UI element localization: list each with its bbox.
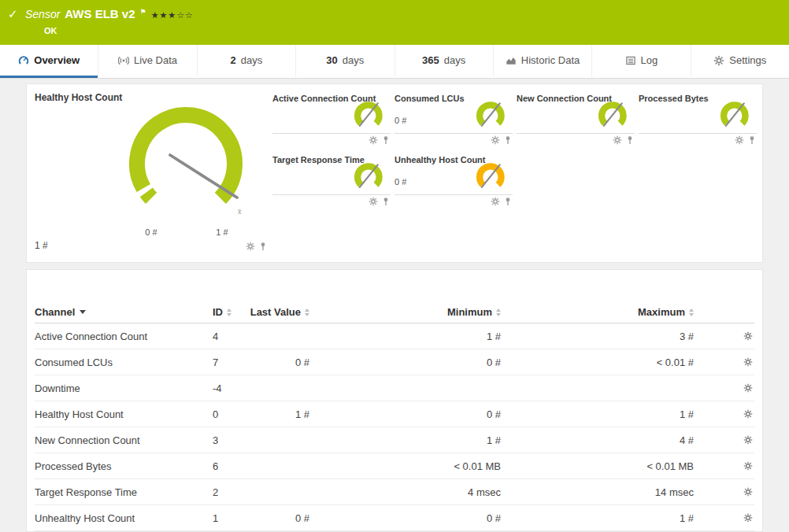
minimum-cell: 4 msec [309, 486, 501, 498]
tile-consumed-lcus: Consumed LCUs 0 # [394, 91, 513, 149]
sort-desc-icon[interactable] [80, 310, 86, 314]
column-header-id-label: ID [213, 306, 223, 318]
gear-icon[interactable] [491, 197, 500, 206]
sort-icon[interactable] [227, 308, 232, 316]
channel-id-cell: 6 [213, 460, 248, 472]
tile-value: 0 # [394, 116, 406, 125]
primary-gauge [111, 97, 261, 223]
log-list-icon [625, 55, 636, 66]
mini-gauge-grid: Active Connection Count Consumed LCUs 0 … [272, 91, 762, 210]
channel-id-cell: 3 [213, 434, 248, 446]
primary-gauge-actions [246, 242, 268, 251]
pin-icon[interactable] [747, 135, 757, 145]
last-value-cell: 0 # [248, 357, 309, 368]
maximum-cell: 3 # [501, 331, 694, 342]
gear-icon[interactable] [246, 242, 255, 251]
tile-divider [272, 133, 391, 134]
tab-settings-label: Settings [729, 54, 766, 66]
minimum-cell: < 0.01 MB [309, 460, 501, 472]
last-value-cell: 0 # [248, 512, 309, 524]
channel-name-cell: Downtime [35, 382, 213, 394]
gear-icon[interactable] [369, 135, 378, 145]
pin-icon[interactable] [381, 197, 391, 206]
minimum-cell: 0 # [309, 512, 501, 524]
tab-settings[interactable]: Settings [691, 45, 789, 78]
channel-settings-gear-icon[interactable] [743, 461, 753, 471]
channel-settings-gear-icon[interactable] [743, 435, 753, 445]
channel-settings-gear-icon[interactable] [743, 357, 753, 367]
tab-30-days[interactable]: 30 days [295, 45, 394, 78]
priority-stars[interactable]: ★★★☆☆ [151, 10, 194, 20]
table-row: Downtime -4 [35, 375, 754, 401]
gear-icon[interactable] [491, 135, 500, 145]
channel-settings-gear-icon[interactable] [743, 513, 753, 523]
historic-chart-icon [506, 55, 517, 66]
tile-actions [735, 135, 757, 145]
channel-name-cell: Active Connection Count [35, 331, 213, 342]
gauges-panel: Healthy Host Count 0 # 1 # x̄ 1 # Active… [26, 83, 763, 263]
channel-settings-gear-icon[interactable] [743, 487, 753, 497]
sensor-kind-label: Sensor [25, 8, 60, 20]
settings-gear-icon [713, 55, 724, 66]
channel-name-cell: Healthy Host Count [35, 408, 213, 420]
gear-icon[interactable] [735, 135, 744, 145]
column-header-channel[interactable]: Channel [35, 306, 213, 318]
tile-divider [394, 194, 513, 195]
tab-30-days-unit: days [343, 54, 364, 66]
table-row: Processed Bytes 6 < 0.01 MB < 0.01 MB [35, 453, 754, 479]
column-header-maximum[interactable]: Maximum [501, 306, 694, 318]
tab-live-data-label: Live Data [134, 54, 177, 66]
minimum-cell: 0 # [309, 357, 501, 368]
tab-365-days-number: 365 [422, 54, 439, 66]
mini-gauge [591, 98, 632, 133]
tab-365-days[interactable]: 365 days [394, 45, 493, 78]
table-row: New Connection Count 3 1 # 4 # [35, 427, 754, 453]
tab-live-data[interactable]: Live Data [98, 45, 196, 78]
tile-processed-bytes: Processed Bytes [639, 91, 757, 149]
overview-content: Healthy Host Count 0 # 1 # x̄ 1 # Active… [0, 79, 789, 532]
tab-historic-data[interactable]: Historic Data [493, 45, 591, 78]
status-ok-check-icon: ✓ [8, 7, 25, 21]
tile-actions [491, 135, 513, 145]
gear-icon[interactable] [369, 197, 378, 206]
tile-actions [613, 135, 635, 145]
channel-settings-gear-icon[interactable] [743, 383, 753, 393]
pin-icon[interactable] [258, 242, 268, 251]
maximum-cell: 4 # [501, 434, 694, 446]
channel-settings-gear-icon[interactable] [743, 331, 753, 341]
maximum-cell: 1 # [501, 408, 694, 420]
flag-icon[interactable]: ⚑ [140, 8, 146, 16]
pin-icon[interactable] [625, 135, 635, 145]
live-data-broadcast-icon [118, 55, 129, 66]
gear-icon[interactable] [613, 135, 622, 145]
sensor-header-main: Sensor AWS ELB v2 ⚑ ★★★☆☆ OK [25, 7, 194, 35]
maximum-cell: 1 # [501, 512, 694, 524]
primary-gauge-scale-max: 1 # [206, 227, 238, 237]
channel-name-cell: Consumed LCUs [35, 357, 213, 368]
tab-log[interactable]: Log [591, 45, 690, 78]
pin-icon[interactable] [503, 135, 513, 145]
minimum-cell: 0 # [309, 408, 501, 420]
column-header-last-value[interactable]: Last Value [248, 306, 309, 318]
tile-active-connection-count: Active Connection Count [272, 91, 391, 149]
tab-overview[interactable]: Overview [0, 45, 98, 78]
sort-icon[interactable] [689, 308, 694, 316]
channel-settings-gear-icon[interactable] [743, 409, 753, 419]
channel-id-cell: 0 [213, 408, 248, 420]
column-header-minimum[interactable]: Minimum [309, 306, 501, 318]
tab-30-days-number: 30 [326, 54, 337, 66]
table-row: Unhealthy Host Count 1 0 # 0 # 1 # [35, 505, 754, 531]
tile-divider [394, 133, 513, 134]
channel-id-cell: 2 [213, 486, 248, 498]
tile-divider [517, 133, 635, 134]
column-header-id[interactable]: ID [213, 306, 248, 318]
tab-2-days[interactable]: 2 days [197, 45, 295, 78]
mini-gauge [346, 160, 387, 194]
channels-table-panel: Channel ID Last Value Minimum Maximum [26, 269, 763, 532]
last-value-cell: 1 # [248, 408, 309, 420]
pin-icon[interactable] [503, 197, 513, 206]
tab-2-days-unit: days [241, 54, 262, 66]
table-row: Target Response Time 2 4 msec 14 msec [35, 479, 754, 505]
column-header-minimum-label: Minimum [447, 306, 492, 318]
pin-icon[interactable] [381, 135, 391, 145]
